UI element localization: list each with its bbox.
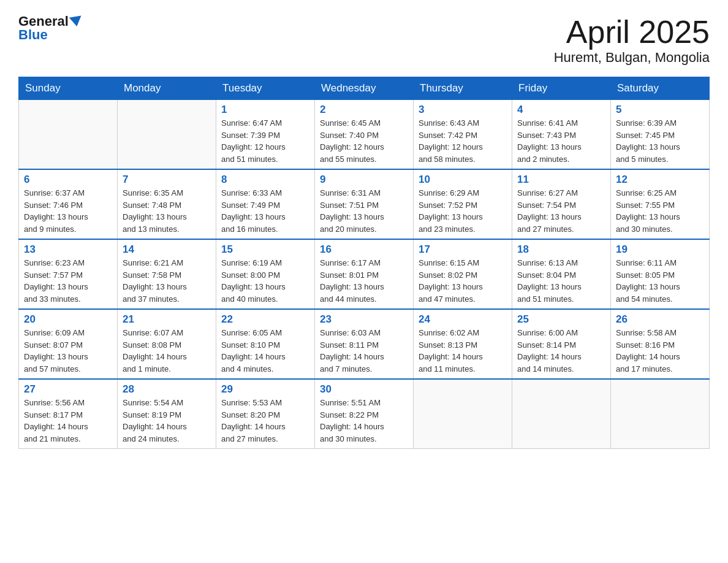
- day-info: Sunrise: 6:13 AM Sunset: 8:04 PM Dayligh…: [517, 257, 605, 305]
- day-number: 27: [24, 383, 112, 396]
- logo-blue: Blue: [18, 27, 82, 43]
- logo: General Blue: [18, 15, 82, 43]
- calendar-day-cell: [611, 379, 710, 449]
- calendar-day-cell: 5Sunrise: 6:39 AM Sunset: 7:45 PM Daylig…: [611, 100, 710, 170]
- calendar-day-cell: 28Sunrise: 5:54 AM Sunset: 8:19 PM Dayli…: [118, 379, 216, 449]
- day-info: Sunrise: 6:35 AM Sunset: 7:48 PM Dayligh…: [123, 187, 211, 235]
- weekday-header-friday: Friday: [512, 77, 611, 100]
- day-number: 1: [221, 104, 309, 116]
- calendar-day-cell: [414, 379, 512, 449]
- day-number: 24: [419, 313, 507, 326]
- day-number: 4: [517, 104, 605, 116]
- calendar-day-cell: [512, 379, 611, 449]
- day-info: Sunrise: 6:33 AM Sunset: 7:49 PM Dayligh…: [221, 187, 309, 235]
- calendar-day-cell: 10Sunrise: 6:29 AM Sunset: 7:52 PM Dayli…: [414, 169, 512, 239]
- day-info: Sunrise: 6:17 AM Sunset: 8:01 PM Dayligh…: [320, 257, 408, 305]
- calendar-day-cell: 23Sunrise: 6:03 AM Sunset: 8:11 PM Dayli…: [315, 309, 414, 379]
- day-info: Sunrise: 6:25 AM Sunset: 7:55 PM Dayligh…: [616, 187, 704, 235]
- calendar-week-row: 1Sunrise: 6:47 AM Sunset: 7:39 PM Daylig…: [19, 100, 710, 170]
- calendar-day-cell: 20Sunrise: 6:09 AM Sunset: 8:07 PM Dayli…: [19, 309, 118, 379]
- day-number: 28: [123, 383, 211, 396]
- calendar-day-cell: 6Sunrise: 6:37 AM Sunset: 7:46 PM Daylig…: [19, 169, 118, 239]
- weekday-header-tuesday: Tuesday: [216, 77, 315, 100]
- day-info: Sunrise: 6:41 AM Sunset: 7:43 PM Dayligh…: [517, 117, 605, 165]
- day-number: 6: [24, 174, 112, 186]
- weekday-header-saturday: Saturday: [611, 77, 710, 100]
- calendar-day-cell: 26Sunrise: 5:58 AM Sunset: 8:16 PM Dayli…: [611, 309, 710, 379]
- calendar-day-cell: [118, 100, 216, 170]
- calendar-day-cell: 3Sunrise: 6:43 AM Sunset: 7:42 PM Daylig…: [414, 100, 512, 170]
- calendar-day-cell: 8Sunrise: 6:33 AM Sunset: 7:49 PM Daylig…: [216, 169, 315, 239]
- calendar-week-row: 20Sunrise: 6:09 AM Sunset: 8:07 PM Dayli…: [19, 309, 710, 379]
- day-info: Sunrise: 5:53 AM Sunset: 8:20 PM Dayligh…: [221, 397, 309, 445]
- calendar-week-row: 13Sunrise: 6:23 AM Sunset: 7:57 PM Dayli…: [19, 239, 710, 309]
- calendar-header-row: SundayMondayTuesdayWednesdayThursdayFrid…: [19, 77, 710, 100]
- day-number: 13: [24, 243, 112, 256]
- day-number: 26: [616, 313, 704, 326]
- calendar-day-cell: 29Sunrise: 5:53 AM Sunset: 8:20 PM Dayli…: [216, 379, 315, 449]
- day-info: Sunrise: 6:37 AM Sunset: 7:46 PM Dayligh…: [24, 187, 112, 235]
- logo-general: General: [18, 15, 69, 28]
- day-info: Sunrise: 6:03 AM Sunset: 8:11 PM Dayligh…: [320, 327, 408, 375]
- day-number: 2: [320, 104, 408, 116]
- day-number: 7: [123, 174, 211, 186]
- day-info: Sunrise: 6:43 AM Sunset: 7:42 PM Dayligh…: [419, 117, 507, 165]
- day-info: Sunrise: 6:07 AM Sunset: 8:08 PM Dayligh…: [123, 327, 211, 375]
- calendar-day-cell: 7Sunrise: 6:35 AM Sunset: 7:48 PM Daylig…: [118, 169, 216, 239]
- day-info: Sunrise: 6:31 AM Sunset: 7:51 PM Dayligh…: [320, 187, 408, 235]
- day-number: 15: [221, 243, 309, 256]
- day-number: 17: [419, 243, 507, 256]
- page-header: General Blue April 2025 Huremt, Bulgan, …: [18, 15, 710, 66]
- calendar-week-row: 27Sunrise: 5:56 AM Sunset: 8:17 PM Dayli…: [19, 379, 710, 449]
- weekday-header-monday: Monday: [118, 77, 216, 100]
- calendar-day-cell: 30Sunrise: 5:51 AM Sunset: 8:22 PM Dayli…: [315, 379, 414, 449]
- day-info: Sunrise: 5:54 AM Sunset: 8:19 PM Dayligh…: [123, 397, 211, 445]
- day-number: 5: [616, 104, 704, 116]
- day-number: 23: [320, 313, 408, 326]
- day-info: Sunrise: 5:56 AM Sunset: 8:17 PM Dayligh…: [24, 397, 112, 445]
- logo-row1: General: [18, 15, 82, 28]
- day-number: 19: [616, 243, 704, 256]
- day-info: Sunrise: 6:02 AM Sunset: 8:13 PM Dayligh…: [419, 327, 507, 375]
- weekday-header-wednesday: Wednesday: [315, 77, 414, 100]
- calendar-day-cell: 27Sunrise: 5:56 AM Sunset: 8:17 PM Dayli…: [19, 379, 118, 449]
- day-number: 9: [320, 174, 408, 186]
- calendar-day-cell: 13Sunrise: 6:23 AM Sunset: 7:57 PM Dayli…: [19, 239, 118, 309]
- day-number: 18: [517, 243, 605, 256]
- calendar-day-cell: 1Sunrise: 6:47 AM Sunset: 7:39 PM Daylig…: [216, 100, 315, 170]
- day-number: 3: [419, 104, 507, 116]
- day-info: Sunrise: 6:39 AM Sunset: 7:45 PM Dayligh…: [616, 117, 704, 165]
- calendar-day-cell: 2Sunrise: 6:45 AM Sunset: 7:40 PM Daylig…: [315, 100, 414, 170]
- calendar-day-cell: 15Sunrise: 6:19 AM Sunset: 8:00 PM Dayli…: [216, 239, 315, 309]
- day-info: Sunrise: 5:51 AM Sunset: 8:22 PM Dayligh…: [320, 397, 408, 445]
- calendar-day-cell: 21Sunrise: 6:07 AM Sunset: 8:08 PM Dayli…: [118, 309, 216, 379]
- calendar-day-cell: 19Sunrise: 6:11 AM Sunset: 8:05 PM Dayli…: [611, 239, 710, 309]
- calendar-day-cell: 24Sunrise: 6:02 AM Sunset: 8:13 PM Dayli…: [414, 309, 512, 379]
- day-info: Sunrise: 5:58 AM Sunset: 8:16 PM Dayligh…: [616, 327, 704, 375]
- day-info: Sunrise: 6:27 AM Sunset: 7:54 PM Dayligh…: [517, 187, 605, 235]
- day-number: 21: [123, 313, 211, 326]
- day-number: 10: [419, 174, 507, 186]
- weekday-header-thursday: Thursday: [414, 77, 512, 100]
- calendar-title: April 2025: [554, 15, 710, 50]
- logo-arrow-icon: [69, 15, 83, 27]
- day-info: Sunrise: 6:29 AM Sunset: 7:52 PM Dayligh…: [419, 187, 507, 235]
- day-number: 20: [24, 313, 112, 326]
- day-info: Sunrise: 6:11 AM Sunset: 8:05 PM Dayligh…: [616, 257, 704, 305]
- calendar-day-cell: 9Sunrise: 6:31 AM Sunset: 7:51 PM Daylig…: [315, 169, 414, 239]
- day-number: 16: [320, 243, 408, 256]
- title-block: April 2025 Huremt, Bulgan, Mongolia: [554, 15, 710, 66]
- calendar-day-cell: 17Sunrise: 6:15 AM Sunset: 8:02 PM Dayli…: [414, 239, 512, 309]
- day-info: Sunrise: 6:09 AM Sunset: 8:07 PM Dayligh…: [24, 327, 112, 375]
- day-info: Sunrise: 6:19 AM Sunset: 8:00 PM Dayligh…: [221, 257, 309, 305]
- calendar-day-cell: [19, 100, 118, 170]
- calendar-day-cell: 18Sunrise: 6:13 AM Sunset: 8:04 PM Dayli…: [512, 239, 611, 309]
- day-info: Sunrise: 6:00 AM Sunset: 8:14 PM Dayligh…: [517, 327, 605, 375]
- day-number: 25: [517, 313, 605, 326]
- day-number: 30: [320, 383, 408, 396]
- day-info: Sunrise: 6:23 AM Sunset: 7:57 PM Dayligh…: [24, 257, 112, 305]
- calendar-location: Huremt, Bulgan, Mongolia: [554, 50, 710, 66]
- day-info: Sunrise: 6:21 AM Sunset: 7:58 PM Dayligh…: [123, 257, 211, 305]
- day-info: Sunrise: 6:45 AM Sunset: 7:40 PM Dayligh…: [320, 117, 408, 165]
- calendar-week-row: 6Sunrise: 6:37 AM Sunset: 7:46 PM Daylig…: [19, 169, 710, 239]
